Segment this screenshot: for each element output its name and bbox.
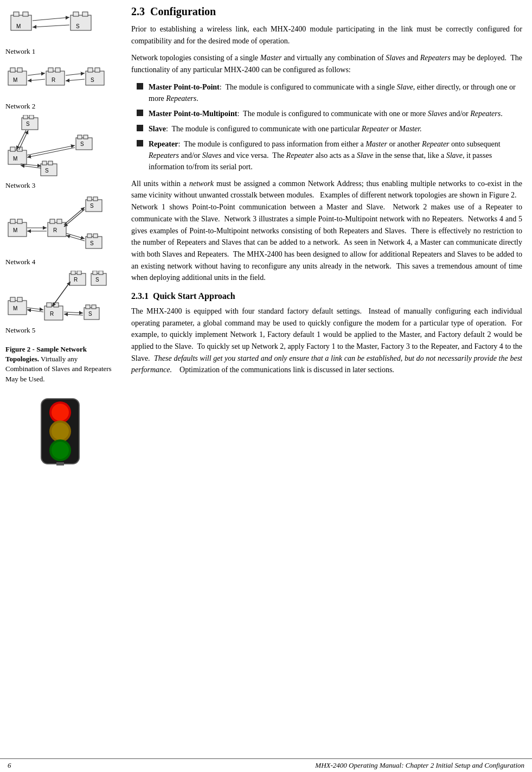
svg-rect-83 — [93, 271, 97, 275]
network-5-diagram: M R R S S — [5, 271, 114, 325]
svg-text:R: R — [74, 277, 78, 283]
network-3-block: S M S S — [5, 115, 115, 190]
bullet-item-4: Repeater: The module is configured to pa… — [137, 138, 522, 173]
right-column: 2.3 Configuration Prior to establishing … — [119, 0, 532, 758]
footer-doc-title: MHX-2400 Operating Manual: Chapter 2 Ini… — [315, 761, 524, 770]
subsection-heading: Quick Start Approach — [153, 291, 235, 301]
bullet-square-3 — [137, 125, 143, 131]
svg-text:M: M — [13, 227, 17, 233]
svg-rect-20 — [95, 68, 100, 72]
left-column: M S Network 1 — [0, 0, 119, 758]
svg-rect-12 — [17, 68, 22, 72]
svg-rect-57 — [87, 197, 92, 201]
bullet-text-2: Master Point-to-Multipoint: The module i… — [149, 108, 503, 119]
bullet-text-3: Slave: The module is configured to commu… — [149, 123, 422, 135]
svg-line-66 — [64, 207, 85, 225]
bullet-list: Master Point-to-Point: The module is con… — [137, 81, 522, 173]
svg-rect-54 — [57, 219, 62, 224]
svg-rect-27 — [23, 115, 28, 119]
para-2: Network topologies consisting of a singl… — [131, 52, 522, 75]
svg-rect-11 — [10, 68, 15, 72]
svg-rect-40 — [48, 161, 53, 165]
para-3: All units within a network must be assig… — [131, 178, 522, 284]
svg-line-91 — [27, 310, 43, 312]
traffic-light-icon — [30, 396, 90, 467]
svg-rect-2 — [23, 12, 28, 16]
svg-text:M: M — [13, 156, 17, 162]
svg-rect-34 — [76, 138, 92, 150]
svg-text:S: S — [95, 277, 99, 283]
svg-text:M: M — [16, 23, 21, 29]
subsection-num: 2.3.1 — [131, 291, 149, 301]
network-4-block: M R S S — [5, 194, 115, 266]
svg-rect-18 — [86, 71, 104, 85]
svg-point-98 — [52, 404, 69, 421]
svg-rect-88 — [92, 305, 96, 309]
svg-rect-60 — [86, 237, 102, 248]
svg-rect-75 — [47, 303, 52, 307]
svg-text:M: M — [13, 77, 17, 83]
network-2-diagram: M R S — [5, 60, 114, 101]
section-title: 2.3 Configuration — [131, 5, 522, 18]
svg-rect-53 — [50, 219, 55, 224]
svg-rect-5 — [73, 12, 79, 16]
network-2-block: M R S Network 2 — [5, 60, 115, 111]
svg-line-9 — [33, 25, 69, 27]
network-3-diagram: S M S S — [5, 115, 114, 180]
section-num: 2.3 — [131, 5, 145, 17]
svg-text:S: S — [80, 141, 84, 147]
svg-rect-71 — [10, 297, 15, 302]
svg-rect-62 — [93, 234, 98, 238]
para-1: Prior to establishing a wireless link, e… — [131, 23, 522, 47]
svg-rect-56 — [86, 200, 102, 212]
svg-rect-84 — [99, 271, 103, 275]
traffic-light-area — [5, 396, 115, 467]
bullet-square-2 — [137, 110, 143, 116]
svg-rect-39 — [42, 161, 47, 165]
svg-text:S: S — [26, 121, 30, 127]
svg-rect-58 — [93, 197, 98, 201]
svg-line-90 — [27, 308, 43, 310]
svg-text:R: R — [53, 227, 57, 233]
network-1-diagram: M S — [5, 5, 114, 46]
svg-rect-80 — [77, 271, 81, 275]
svg-rect-1 — [14, 12, 19, 16]
network-4-diagram: M R S S — [5, 194, 114, 257]
svg-line-93 — [52, 283, 69, 307]
para-4: The MHX-2400 is equipped with four stand… — [131, 305, 522, 376]
figure-caption: Figure 2 - Sample Network Topologies. Vi… — [5, 344, 115, 384]
network-5-label: Network 5 — [5, 326, 115, 335]
network-5-block: M R R S S — [5, 271, 115, 335]
svg-rect-28 — [29, 115, 34, 119]
svg-rect-72 — [17, 297, 22, 302]
svg-line-95 — [64, 314, 83, 315]
svg-text:S: S — [90, 240, 94, 246]
svg-rect-87 — [86, 305, 90, 309]
svg-line-24 — [66, 73, 85, 75]
svg-rect-19 — [88, 68, 93, 72]
bullet-item-3: Slave: The module is configured to commu… — [137, 123, 522, 135]
svg-rect-79 — [71, 271, 75, 275]
svg-rect-0 — [11, 15, 31, 30]
svg-line-42 — [19, 130, 28, 150]
bullet-square-1 — [137, 83, 143, 90]
svg-rect-15 — [48, 68, 53, 72]
svg-text:S: S — [91, 77, 94, 83]
page-number: 6 — [8, 761, 11, 770]
svg-text:M: M — [13, 305, 17, 311]
bullet-text-1: Master Point-to-Point: The module is con… — [149, 81, 522, 104]
svg-rect-35 — [78, 135, 82, 139]
svg-rect-61 — [87, 234, 92, 238]
svg-line-23 — [28, 79, 45, 81]
svg-line-67 — [64, 209, 85, 227]
network-2-label: Network 2 — [5, 102, 115, 111]
svg-rect-38 — [41, 164, 57, 176]
svg-point-102 — [52, 442, 69, 459]
bullet-item-1: Master Point-to-Point: The module is con… — [137, 81, 522, 104]
svg-rect-49 — [10, 219, 15, 224]
svg-text:S: S — [90, 203, 94, 209]
svg-rect-26 — [22, 118, 38, 130]
network-1-label: Network 1 — [5, 47, 115, 56]
svg-rect-31 — [10, 147, 15, 151]
svg-point-100 — [52, 423, 69, 440]
